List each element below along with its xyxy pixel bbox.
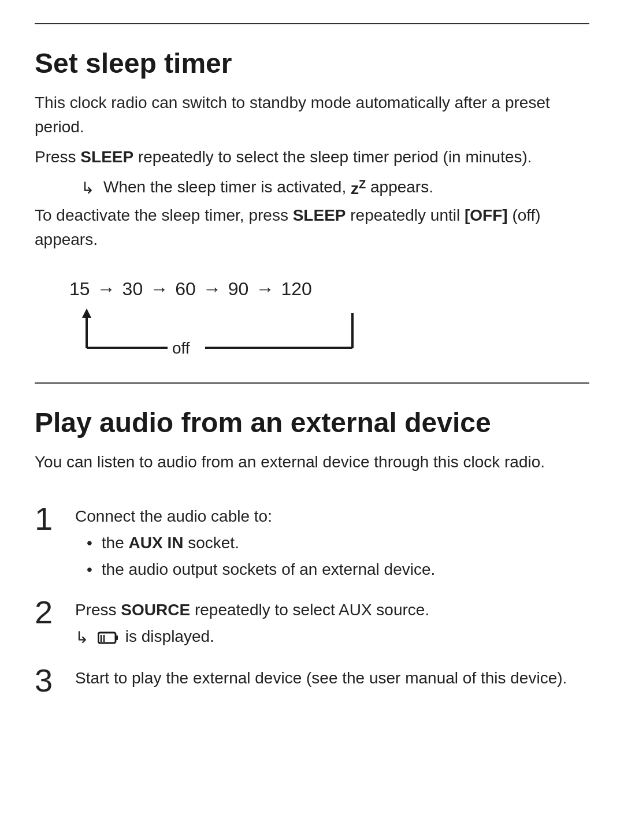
section2-body: You can listen to audio from an external… <box>35 450 589 698</box>
step-2-bullet-text: is displayed. <box>98 625 214 649</box>
arrow-1: → <box>97 275 116 303</box>
source-keyword: SOURCE <box>121 601 190 619</box>
num-120: 120 <box>281 275 311 303</box>
step-3: 3 Start to play the external device (see… <box>35 666 589 698</box>
step-1-list: • the AUX IN socket. • the audio output … <box>87 531 589 582</box>
step-1-item-1-text: the AUX IN socket. <box>102 531 239 555</box>
step-3-number: 3 <box>35 663 75 698</box>
aux-in-keyword: AUX IN <box>129 534 184 552</box>
section1: Set sleep timer This clock radio can swi… <box>35 24 589 382</box>
step-1-text: Connect the audio cable to: <box>75 507 272 525</box>
step-1: 1 Connect the audio cable to: • the AUX … <box>35 504 589 584</box>
sleep-loop-svg: off <box>69 307 370 354</box>
num-15: 15 <box>69 275 90 303</box>
off-keyword: [OFF] <box>465 206 508 224</box>
step-1-content: Connect the audio cable to: • the AUX IN… <box>75 504 589 584</box>
step-1-item-2-text: the audio output sockets of an external … <box>102 557 436 582</box>
sleep-loop-diagram: off <box>69 307 370 354</box>
sleep-numbers-row: 15 → 30 → 60 → 90 → 120 <box>69 275 589 303</box>
step-3-content: Start to play the external device (see t… <box>75 666 589 690</box>
section1-bullet1: ↳ When the sleep timer is activated, zZ … <box>81 175 589 201</box>
svg-text:off: off <box>172 339 190 354</box>
section1-bullet1-text: When the sleep timer is activated, zZ ap… <box>103 175 433 201</box>
sleep-keyword-2: SLEEP <box>293 206 346 224</box>
step-2: 2 Press SOURCE repeatedly to select AUX … <box>35 598 589 652</box>
section2-title: Play audio from an external device <box>35 407 589 438</box>
step-2-number: 2 <box>35 594 75 630</box>
arrow-icon-1: ↳ <box>81 176 94 200</box>
step-3-text: Start to play the external device (see t… <box>75 669 567 687</box>
section1-title: Set sleep timer <box>35 47 589 79</box>
arrow-4: → <box>255 275 274 303</box>
bullet-dot-2: • <box>87 557 92 582</box>
step-2-text: Press SOURCE repeatedly to select AUX so… <box>75 601 429 619</box>
svg-rect-7 <box>116 635 118 640</box>
section2: Play audio from an external device You c… <box>35 384 589 730</box>
bullet-dot-1: • <box>87 531 92 555</box>
section1-para1: This clock radio can switch to standby m… <box>35 91 589 139</box>
sleep-keyword-1: SLEEP <box>80 148 133 166</box>
step-2-bullet: ↳ is displayed. <box>75 625 589 650</box>
svg-marker-1 <box>82 309 91 318</box>
zz-label: zZ <box>351 180 366 198</box>
aux-display-icon <box>98 629 118 645</box>
section1-para2: Press SLEEP repeatedly to select the sle… <box>35 145 589 169</box>
num-60: 60 <box>175 275 196 303</box>
num-30: 30 <box>122 275 143 303</box>
sleep-diagram: 15 → 30 → 60 → 90 → 120 off <box>35 275 589 354</box>
step-1-number: 1 <box>35 501 75 537</box>
num-90: 90 <box>228 275 249 303</box>
step-2-content: Press SOURCE repeatedly to select AUX so… <box>75 598 589 652</box>
arrow-2: → <box>150 275 168 303</box>
section1-body: This clock radio can switch to standby m… <box>35 91 589 354</box>
section1-para3: To deactivate the sleep timer, press SLE… <box>35 203 589 252</box>
section2-intro: You can listen to audio from an external… <box>35 450 589 474</box>
step-1-item-1: • the AUX IN socket. <box>87 531 589 555</box>
arrow-icon-2: ↳ <box>75 626 88 650</box>
step-1-item-2: • the audio output sockets of an externa… <box>87 557 589 582</box>
arrow-3: → <box>203 275 221 303</box>
